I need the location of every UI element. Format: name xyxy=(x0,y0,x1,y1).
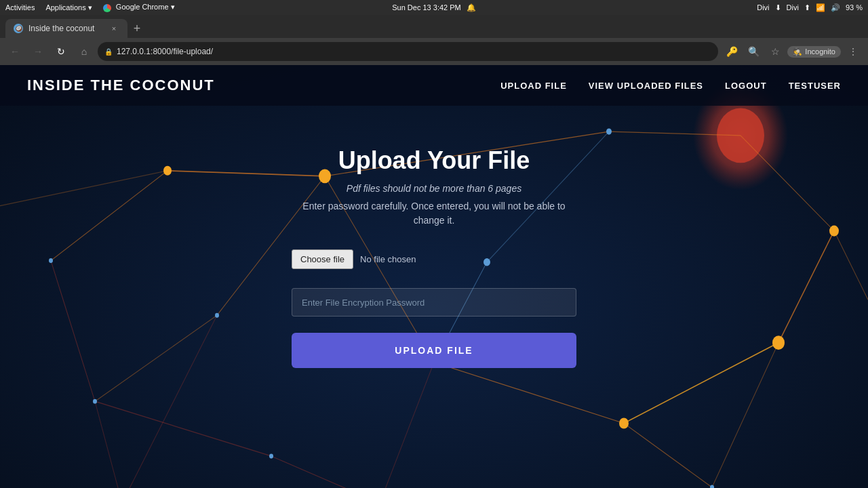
tab-favicon: 🥥 xyxy=(14,24,23,33)
upload-file-button[interactable]: UPLOAD FILE xyxy=(292,333,576,368)
os-bar-right: Divi ⬇ Divi ⬆ 📶 🔊 93 % xyxy=(757,3,863,12)
applications-label[interactable]: Applications ▾ xyxy=(45,3,92,12)
user-label: Divi xyxy=(757,3,769,12)
password-input[interactable] xyxy=(292,288,576,317)
back-button[interactable]: ← xyxy=(5,42,24,61)
incognito-badge: 🕵 Incognito xyxy=(787,46,841,58)
main-content: Upload Your File Pdf files should not be… xyxy=(0,106,868,368)
sound-icon: 🔊 xyxy=(831,3,840,12)
address-bar[interactable]: 🔒 127.0.0.1:8000/file-upload/ xyxy=(98,42,718,61)
svg-point-35 xyxy=(93,399,97,404)
choose-file-button[interactable]: Choose file xyxy=(292,249,353,269)
toolbar-right: 🔑 🔍 ☆ 🕵 Incognito ⋮ xyxy=(722,42,863,61)
refresh-button[interactable]: ↻ xyxy=(52,42,71,61)
no-file-label: No file chosen xyxy=(360,254,416,264)
site-logo: INSIDE THE COCONUT xyxy=(27,77,215,94)
nav-logout[interactable]: LOGOUT xyxy=(725,81,767,91)
browser-toolbar: ← → ↻ ⌂ 🔒 127.0.0.1:8000/file-upload/ 🔑 … xyxy=(0,38,868,65)
svg-point-36 xyxy=(269,453,273,458)
nav-upload-file[interactable]: UPLOAD FILE xyxy=(500,81,567,91)
new-tab-button[interactable]: + xyxy=(127,19,146,38)
bell-icon: 🔔 xyxy=(467,3,476,12)
home-button[interactable]: ⌂ xyxy=(75,42,94,61)
user-label2: Divi xyxy=(787,3,799,12)
key-icon[interactable]: 🔑 xyxy=(722,42,741,61)
nav-username[interactable]: TESTUSER xyxy=(789,81,841,91)
incognito-label: Incognito xyxy=(805,47,835,56)
browser-label[interactable]: Google Chrome ▾ xyxy=(103,3,175,12)
os-bar-center: Sun Dec 13 3:42 PM 🔔 xyxy=(392,3,476,12)
wifi-icon: 📶 xyxy=(816,3,825,12)
activities-label[interactable]: Activities xyxy=(5,3,35,12)
nav-view-files[interactable]: VIEW UPLOADED FILES xyxy=(589,81,703,91)
nav-links: UPLOAD FILE VIEW UPLOADED FILES LOGOUT T… xyxy=(500,81,841,91)
file-input-row: Choose file No file chosen xyxy=(292,249,576,269)
upload-icon: ⬆ xyxy=(804,3,810,12)
site-nav: INSIDE THE COCONUT UPLOAD FILE VIEW UPLO… xyxy=(0,65,868,106)
menu-icon[interactable]: ⋮ xyxy=(844,42,863,61)
zoom-icon[interactable]: 🔍 xyxy=(744,42,763,61)
bookmark-icon[interactable]: ☆ xyxy=(766,42,785,61)
os-bar: Activities Applications ▾ Google Chrome … xyxy=(0,0,868,15)
page-title: Upload Your File xyxy=(338,146,530,175)
active-tab[interactable]: 🥥 Inside the coconut × xyxy=(5,19,127,38)
forward-button[interactable]: → xyxy=(28,42,47,61)
app-layer: INSIDE THE COCONUT UPLOAD FILE VIEW UPLO… xyxy=(0,65,868,488)
address-text: 127.0.0.1:8000/file-upload/ xyxy=(117,47,213,56)
os-bar-left: Activities Applications ▾ Google Chrome … xyxy=(5,3,175,12)
pdf-notice: Pdf files should not be more than 6 page… xyxy=(347,183,521,194)
tab-bar: 🥥 Inside the coconut × + xyxy=(0,15,868,38)
password-notice: Enter password carefully. Once entered, … xyxy=(292,199,576,228)
datetime-label: Sun Dec 13 3:42 PM xyxy=(392,3,461,12)
svg-point-31 xyxy=(619,418,629,428)
tab-close-button[interactable]: × xyxy=(108,23,119,34)
browser-chrome: 🥥 Inside the coconut × + ← → ↻ ⌂ 🔒 127.0… xyxy=(0,15,868,65)
download-icon: ⬇ xyxy=(775,3,781,12)
battery-label: 93 % xyxy=(846,3,863,12)
lock-icon: 🔒 xyxy=(104,48,113,56)
incognito-icon: 🕵 xyxy=(793,47,802,56)
tab-label: Inside the coconut xyxy=(28,24,94,33)
